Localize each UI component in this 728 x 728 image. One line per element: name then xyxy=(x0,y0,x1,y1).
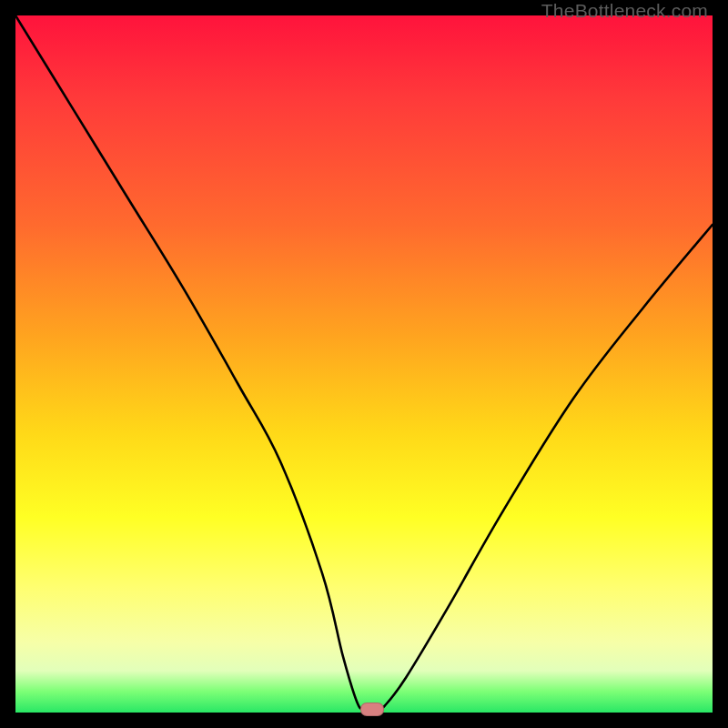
bottleneck-curve xyxy=(15,15,713,713)
optimal-marker xyxy=(360,703,384,716)
chart-frame: TheBottleneck.com xyxy=(0,0,728,728)
watermark-text: TheBottleneck.com xyxy=(541,0,708,22)
plot-area xyxy=(15,15,713,713)
